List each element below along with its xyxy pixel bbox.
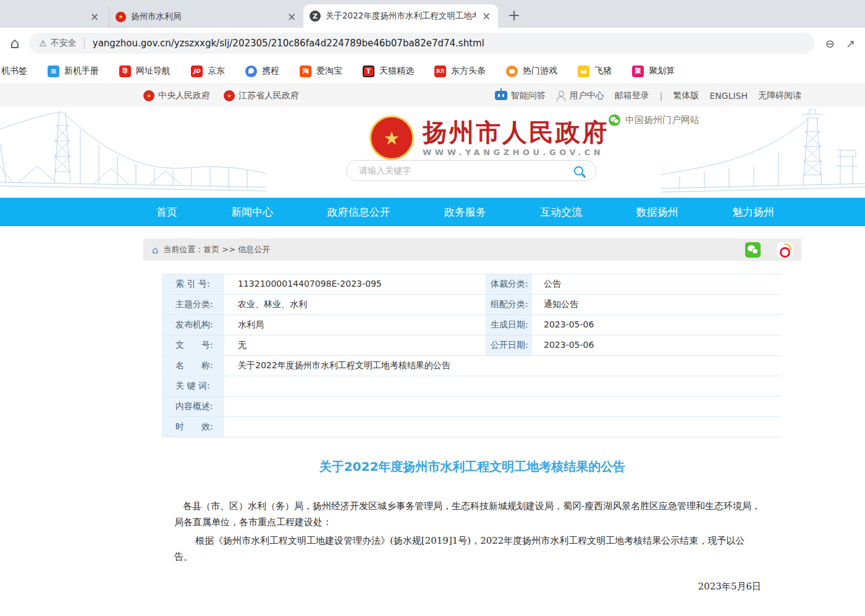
bookmark-xinji-shouce[interactable]: ≡ 新机手册 — [48, 65, 99, 77]
site-favicon: Z — [310, 11, 321, 22]
home-icon[interactable]: ⌂ — [10, 35, 19, 52]
link-jiangsu-gov[interactable]: ★ 江苏省人民政府 — [224, 90, 299, 101]
site-url-label: WWW.YANGZHOU.GOV.CN — [423, 148, 609, 157]
link-central-gov[interactable]: ★ 中央人民政府 — [143, 90, 210, 101]
site-banner: ★ 扬州市人民政府 WWW.YANGZHOU.GOV.CN 中国扬州门户网站 — [0, 107, 865, 198]
url-text: yangzhou.gov.cn/yzszxxgk/slj/202305/210c… — [93, 38, 484, 49]
tab-title: 关于2022年度扬州市水利工程文明工地考核结果的公告 — [326, 11, 476, 22]
article-paragraph: 根据《扬州市水利工程文明工地建设管理办法》(扬水规[2019]1号)，2022年… — [174, 533, 761, 565]
manual-icon: ≡ — [48, 65, 59, 77]
bookmark-dongfang-toutiao[interactable]: 东方 东方头条 — [434, 65, 486, 77]
address-bar: ⌂ ⚠ 不安全 yangzhou.gov.cn/yzszxxgk/slj/202… — [0, 28, 865, 59]
accessibility-link[interactable]: 无障碍阅读 — [758, 90, 801, 101]
nav-charm[interactable]: 魅力扬州 — [732, 205, 774, 219]
game-icon — [506, 65, 518, 77]
nav-info-disclosure[interactable]: 政府信息公开 — [327, 205, 390, 219]
new-tab-button[interactable]: + — [508, 7, 520, 24]
doc-number: 无 — [226, 335, 484, 355]
traditional-chinese-link[interactable]: 繁体版 — [673, 90, 699, 101]
created-date: 2023-05-06 — [534, 315, 782, 335]
gov-emblem-favicon: ★ — [116, 12, 126, 22]
bridge-artwork-left — [0, 107, 266, 198]
user-center-link[interactable]: 用户中心 — [556, 90, 604, 101]
breadcrumb-text: 当前位置：首页 >> 信息公开 — [163, 244, 270, 255]
taobao-icon: 淘 — [300, 65, 311, 77]
table-row: 主题分类: 农业、林业、水利 组配分类: 通知公告 — [162, 295, 782, 315]
bookmark-ctrip[interactable]: 携程 — [245, 65, 279, 77]
bookmark-wangzhi-daohang[interactable]: 导 网址导航 — [119, 65, 171, 77]
person-icon — [556, 91, 566, 101]
genre-category: 公告 — [534, 274, 782, 294]
table-row: 索 引 号: 11321000014407098E-2023-095 体裁分类:… — [162, 274, 782, 295]
close-tab-icon[interactable]: × — [89, 11, 100, 23]
english-link[interactable]: ENGLISH — [709, 91, 748, 101]
nav-interaction[interactable]: 互动交流 — [540, 205, 582, 219]
article-date: 2023年5月6日 — [174, 581, 761, 593]
validity — [226, 417, 782, 437]
breadcrumb: ⌂ 当前位置：首页 >> 信息公开 — [143, 238, 801, 261]
article: 关于2022年度扬州市水利工程文明工地考核结果的公告 各县（市、区）水利（务）局… — [143, 457, 801, 616]
group-category: 通知公告 — [534, 295, 782, 314]
smart-qa-link[interactable]: 智能问答 — [495, 90, 546, 101]
share-icon[interactable]: ↗ — [846, 37, 855, 50]
tab-active-announcement[interactable]: Z 关于2022年度扬州市水利工程文明工地考核结果的公告 × — [303, 4, 498, 28]
publisher: 水利局 — [226, 315, 484, 335]
nav-news[interactable]: 新闻中心 — [231, 205, 273, 219]
gov-emblem-icon: ★ — [143, 90, 154, 101]
tab-shuiliju[interactable]: ★ 扬州市水利局 × — [109, 6, 303, 28]
search-input[interactable] — [347, 166, 574, 175]
ctrip-dolphin-icon — [245, 65, 257, 77]
table-row: 文 号: 无 公开日期: 2023-05-06 — [162, 335, 782, 356]
summary — [226, 397, 782, 416]
table-row: 关 键 词: — [162, 376, 782, 397]
bookmark-feizhu[interactable]: ω 飞猪 — [578, 65, 612, 77]
table-row: 时 效: — [162, 417, 782, 437]
bookmark-jd[interactable]: JD 京东 — [191, 65, 225, 77]
site-search — [346, 160, 596, 181]
nav-home[interactable]: 首页 — [156, 205, 177, 219]
bookmark-tmall[interactable]: T 天猫精选 — [363, 65, 414, 77]
document-meta-table: 索 引 号: 11321000014407098E-2023-095 体裁分类:… — [162, 274, 782, 437]
jd-icon: JD — [191, 65, 203, 77]
tab-hidden[interactable]: × — [0, 6, 109, 28]
national-emblem-icon: ★ — [369, 116, 414, 160]
doc-name: 关于2022年度扬州市水利工程文明工地考核结果的公告 — [226, 356, 782, 376]
site-logo: ★ 扬州市人民政府 WWW.YANGZHOU.GOV.CN — [369, 116, 609, 160]
portal-link[interactable]: 中国扬州门户网站 — [609, 114, 699, 126]
nav-site-icon: 导 — [119, 65, 131, 77]
tab-bar: × ★ 扬州市水利局 × Z 关于2022年度扬州市水利工程文明工地考核结果的公… — [0, 0, 865, 28]
article-paragraph: 各县（市、区）水利（务）局，扬州经济开发区城乡事务管理局，生态科技新城规划建设局… — [174, 498, 761, 530]
juhuasuan-icon: 聚 — [632, 65, 644, 77]
not-secure-warning-icon[interactable]: ⚠ — [39, 38, 47, 48]
bookmarks-bar: 机书签 ≡ 新机手册 导 网址导航 JD 京东 携程 淘 爱淘宝 T 天猫精选 … — [0, 59, 865, 83]
share-weibo-icon[interactable] — [777, 242, 793, 258]
breadcrumb-home-icon[interactable]: ⌂ — [152, 244, 158, 256]
share-wechat-icon[interactable] — [745, 242, 761, 258]
separator: | — [660, 91, 663, 101]
close-tab-icon[interactable]: × — [481, 10, 492, 22]
security-label: 不安全 — [51, 38, 77, 49]
robot-icon — [495, 91, 507, 100]
nav-data[interactable]: 数据扬州 — [636, 205, 678, 219]
bookmark-juhuasuan[interactable]: 聚 聚划算 — [632, 65, 675, 77]
keywords — [226, 376, 782, 396]
search-icon[interactable] — [574, 166, 583, 175]
nav-services[interactable]: 政务服务 — [444, 205, 486, 219]
table-row: 发布机构: 水利局 生成日期: 2023-05-06 — [162, 315, 782, 335]
zoom-out-icon[interactable]: ⊖ — [825, 37, 835, 50]
article-title: 关于2022年度扬州市水利工程文明工地考核结果的公告 — [143, 457, 801, 476]
table-row: 内容概述: — [162, 397, 782, 417]
bookmark-shouji-shuqian[interactable]: 机书签 — [1, 65, 27, 77]
bookmark-remen-youxi[interactable]: 热门游戏 — [506, 65, 557, 77]
page-content: ⌂ 当前位置：首页 >> 信息公开 索 引 号: 113210000144070… — [143, 238, 801, 616]
site-name: 扬州市人民政府 — [423, 119, 609, 146]
bookmark-aitaobao[interactable]: 淘 爱淘宝 — [300, 65, 342, 77]
table-row: 名 称: 关于2022年度扬州市水利工程文明工地考核结果的公告 — [162, 356, 782, 376]
mail-login-link[interactable]: 邮箱登录 — [615, 90, 649, 101]
url-omnibox[interactable]: ⚠ 不安全 yangzhou.gov.cn/yzszxxgk/slj/20230… — [29, 33, 814, 54]
main-nav: 首页 新闻中心 政府信息公开 政务服务 互动交流 数据扬州 魅力扬州 — [0, 198, 865, 226]
omnibox-divider — [84, 38, 85, 49]
wechat-icon — [609, 114, 620, 126]
index-number: 11321000014407098E-2023-095 — [226, 274, 484, 294]
close-tab-icon[interactable]: × — [286, 11, 297, 23]
